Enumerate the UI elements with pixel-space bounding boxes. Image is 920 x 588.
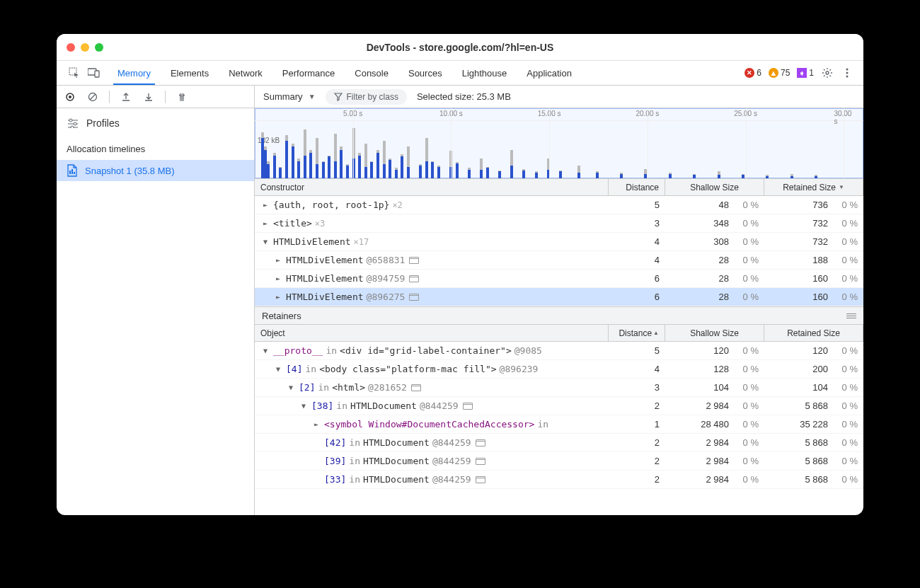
tab-elements[interactable]: Elements	[161, 61, 219, 85]
disclosure-triangle[interactable]: ▼	[276, 365, 283, 373]
disclosure-triangle[interactable]: ►	[276, 293, 283, 301]
snapshot-label: Snapshot 1 (35.8 MB)	[85, 166, 174, 176]
svg-point-8	[69, 96, 71, 98]
retainer-row[interactable]: ▼[2] in <html> @28165231040 %1040 %	[255, 379, 863, 397]
tab-sources[interactable]: Sources	[398, 61, 452, 85]
disclosure-triangle[interactable]: ►	[314, 420, 321, 428]
view-select[interactable]: Summary ▼	[263, 91, 316, 102]
disclosure-triangle[interactable]: ▼	[301, 402, 309, 410]
retainer-row[interactable]: ▼[38] in HTMLDocument @84425922 9840 %5 …	[255, 397, 863, 415]
window-icon	[409, 294, 419, 301]
profiles-header[interactable]: Profiles	[57, 108, 254, 138]
device-toggle-icon[interactable]	[88, 67, 100, 79]
record-icon[interactable]	[64, 91, 76, 103]
warning-count: 75	[781, 68, 790, 78]
selected-size: Selected size: 25.3 MB	[417, 91, 511, 102]
sidebar-toolbar	[57, 86, 254, 108]
sidebar: Profiles Allocation timelines Snapshot 1…	[57, 86, 255, 515]
settings-icon[interactable]	[821, 67, 834, 79]
titlebar: DevTools - store.google.com/?hl=en-US	[57, 34, 863, 61]
table-row[interactable]: ▼HTMLDivElement ×1743080 %7320 %	[255, 233, 863, 251]
maximize-window-button[interactable]	[95, 43, 103, 52]
svg-point-14	[74, 122, 76, 125]
disclosure-triangle[interactable]: ►	[263, 219, 270, 227]
sliders-icon	[67, 117, 79, 129]
tab-console[interactable]: Console	[345, 61, 398, 85]
gc-icon[interactable]	[176, 91, 188, 103]
window-icon	[476, 458, 485, 465]
window-icon	[411, 384, 421, 391]
disclosure-triangle[interactable]: ▼	[263, 347, 270, 354]
retainers-title: Retainers	[262, 311, 301, 321]
warning-badge[interactable]: ▲75	[769, 68, 790, 78]
tab-memory[interactable]: Memory	[108, 61, 161, 85]
svg-rect-2	[95, 71, 99, 77]
disclosure-triangle[interactable]: ►	[276, 275, 283, 282]
error-badge[interactable]: ✕6	[744, 68, 761, 78]
snapshot-item[interactable]: Snapshot 1 (35.8 MB)	[57, 160, 254, 181]
inspect-icon[interactable]	[68, 67, 81, 79]
clear-icon[interactable]	[86, 91, 99, 103]
retainer-row[interactable]: [39] in HTMLDocument @84425922 9840 %5 8…	[255, 452, 863, 471]
svg-line-10	[90, 94, 96, 100]
retainer-row[interactable]: ▼[4] in <body class="platform-mac fill">…	[255, 360, 863, 379]
table-row[interactable]: ►<title> ×333480 %7320 %	[255, 214, 863, 233]
col-shallow-ret[interactable]: Shallow Size	[665, 325, 764, 341]
timeline[interactable]: 5.00 s10.00 s15.00 s20.00 s25.00 s30.00 …	[255, 108, 863, 179]
window-icon	[476, 439, 485, 446]
disclosure-triangle[interactable]: ►	[263, 201, 270, 209]
view-select-label: Summary	[263, 91, 303, 102]
svg-point-5	[846, 72, 849, 74]
warning-icon: ▲	[769, 68, 778, 78]
tab-lighthouse[interactable]: Lighthouse	[452, 61, 517, 85]
col-retained[interactable]: Retained Size	[764, 179, 863, 195]
table-header: Constructor Distance Shallow Size Retain…	[255, 179, 863, 196]
table-row[interactable]: ►{auth, root, root-1p} ×25480 %7360 %	[255, 196, 863, 214]
disclosure-triangle[interactable]: ▼	[263, 238, 270, 246]
tabbar: MemoryElementsNetworkPerformanceConsoleS…	[57, 61, 863, 86]
minimize-window-button[interactable]	[81, 43, 89, 52]
issues-count: 1	[809, 68, 814, 78]
tabs: MemoryElementsNetworkPerformanceConsoleS…	[108, 61, 739, 85]
svg-point-16	[71, 126, 74, 128]
window-icon	[463, 403, 473, 410]
svg-point-4	[846, 69, 849, 71]
tab-performance[interactable]: Performance	[272, 61, 345, 85]
table-row[interactable]: ►HTMLDivElement @8947596280 %1600 %	[255, 270, 863, 288]
allocation-timelines-header: Allocation timelines	[57, 138, 254, 160]
tab-network[interactable]: Network	[219, 61, 272, 85]
disclosure-triangle[interactable]: ►	[276, 256, 283, 264]
close-window-button[interactable]	[67, 43, 75, 52]
disclosure-triangle[interactable]: ▼	[289, 384, 296, 391]
col-constructor[interactable]: Constructor	[255, 179, 609, 195]
retainer-row[interactable]: ▼__proto__ in <div id="grid-label-contai…	[255, 342, 863, 360]
svg-point-6	[846, 76, 849, 78]
upload-icon[interactable]	[120, 91, 132, 103]
issues-badge[interactable]: ➧1	[797, 68, 814, 78]
retainer-row[interactable]: ►<symbol Window#DocumentCachedAccessor> …	[255, 415, 863, 434]
col-object[interactable]: Object	[255, 325, 609, 341]
svg-rect-17	[69, 171, 71, 174]
retainer-row[interactable]: [33] in HTMLDocument @84425922 9840 %5 8…	[255, 471, 863, 489]
table-body: ►{auth, root, root-1p} ×25480 %7360 %►<t…	[255, 196, 863, 306]
timeline-bars	[255, 121, 863, 178]
col-retained-ret[interactable]: Retained Size	[764, 325, 863, 341]
retainer-row[interactable]: [42] in HTMLDocument @84425922 9840 %5 8…	[255, 434, 863, 452]
issues-icon: ➧	[797, 68, 807, 78]
traffic-lights	[57, 43, 103, 52]
profiles-label: Profiles	[86, 117, 120, 129]
download-icon[interactable]	[142, 91, 155, 103]
retainers-header[interactable]: Retainers	[255, 306, 863, 325]
tab-application[interactable]: Application	[517, 61, 582, 85]
window-icon	[409, 257, 419, 264]
col-shallow[interactable]: Shallow Size	[665, 179, 764, 195]
table-row[interactable]: ►HTMLDivElement @6588314280 %1880 %	[255, 251, 863, 270]
retainers-menu-icon[interactable]	[846, 313, 856, 318]
col-distance-ret[interactable]: Distance	[609, 325, 665, 341]
col-distance[interactable]: Distance	[609, 179, 665, 195]
filter-by-class[interactable]: Filter by class	[326, 89, 407, 105]
table-row[interactable]: ►HTMLDivElement @8962756280 %1600 %	[255, 288, 863, 306]
svg-point-12	[69, 119, 72, 122]
filter-label: Filter by class	[347, 92, 398, 102]
more-icon[interactable]	[841, 67, 853, 79]
